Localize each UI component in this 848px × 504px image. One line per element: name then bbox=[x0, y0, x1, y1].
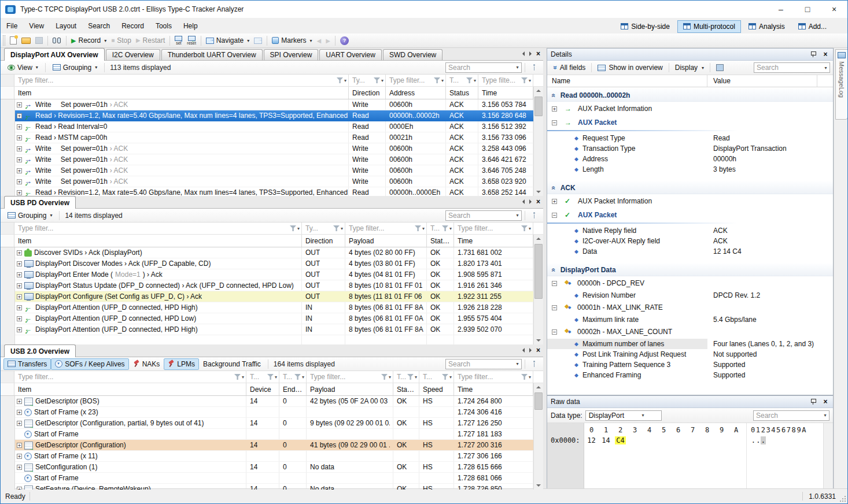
search-input[interactable] bbox=[446, 64, 514, 72]
raw-search-input[interactable] bbox=[754, 412, 821, 420]
view-button[interactable]: View▾ bbox=[3, 62, 42, 73]
table-row[interactable]: +DisplayPort Configure (Set Config as UF… bbox=[1, 291, 543, 302]
menu-file[interactable]: File bbox=[1, 18, 23, 34]
vertical-scrollbar[interactable] bbox=[533, 383, 543, 490]
display-button[interactable]: Display▾ bbox=[672, 62, 707, 73]
details-field-row[interactable]: ◆Length3 bytes bbox=[547, 164, 833, 175]
details-search-input[interactable] bbox=[754, 64, 822, 72]
table-row[interactable]: +GetDescriptor (BOS)14042 bytes (05 0F 2… bbox=[1, 396, 543, 407]
search-dropdown-icon[interactable]: ▾ bbox=[514, 213, 521, 218]
filter-funnel-button[interactable]: ▾ bbox=[415, 225, 425, 231]
record-button[interactable]: ▶Record▾ bbox=[69, 35, 109, 46]
value-column-header[interactable]: Value bbox=[707, 75, 817, 87]
expand-icon[interactable]: + bbox=[17, 113, 22, 118]
filter-funnel-button[interactable]: ▾ bbox=[442, 225, 452, 231]
table-row[interactable]: +→✓WriteSet power=01h › ACKWrite00600hAC… bbox=[1, 143, 543, 154]
scroll-up-icon[interactable] bbox=[534, 235, 543, 243]
expand-icon[interactable]: + bbox=[17, 399, 22, 404]
details-field-row[interactable]: ◆I2C-over-AUX Reply fieldACK bbox=[547, 236, 833, 246]
filter-cell[interactable]: Type filte...▾ bbox=[478, 75, 533, 86]
toggle-transfers-button[interactable]: Transfers bbox=[3, 358, 51, 370]
filter-cell[interactable]: Type filter...▾ bbox=[14, 75, 349, 86]
filter-funnel-button[interactable]: ▾ bbox=[521, 77, 531, 83]
filter-funnel-button[interactable]: ▾ bbox=[407, 374, 417, 380]
close-button[interactable]: × bbox=[821, 1, 847, 18]
search-input[interactable] bbox=[446, 360, 514, 368]
table-row[interactable]: +←✓DisplayPort Attention (UFP_D connecte… bbox=[1, 324, 543, 335]
filter-cell[interactable]: Type filter...▾ bbox=[14, 223, 302, 234]
expand-icon[interactable]: + bbox=[17, 157, 22, 162]
tab-scroll-left-icon[interactable] bbox=[522, 348, 525, 353]
tab-scroll-left-icon[interactable] bbox=[522, 199, 525, 204]
panel-tab[interactable]: I2C Overview bbox=[106, 49, 160, 60]
filter-cell[interactable]: T...▾ bbox=[246, 371, 279, 383]
tab-scroll-right-icon[interactable] bbox=[529, 348, 532, 353]
column-header-status[interactable]: Status bbox=[393, 383, 419, 395]
close-panel-icon[interactable]: × bbox=[536, 347, 540, 353]
close-panel-icon[interactable]: × bbox=[821, 398, 829, 406]
previous-marker-button[interactable]: ◀ bbox=[315, 36, 324, 45]
toggle-background-traffic-button[interactable]: Background Traffic bbox=[199, 358, 265, 370]
table-row[interactable]: +SetConfiguration (1)140No dataOKHS1.728… bbox=[1, 462, 543, 473]
resize-grip[interactable] bbox=[839, 495, 846, 502]
table-row[interactable]: +Discover SVIDs › Ack (DisplayPort)OUT4 … bbox=[1, 247, 543, 258]
filter-cell[interactable]: Type filter...▾ bbox=[307, 371, 393, 383]
panel-tab[interactable]: Thunderbolt UART Overview bbox=[161, 49, 263, 60]
column-header-time[interactable]: Time bbox=[454, 235, 533, 247]
vertical-scrollbar[interactable] bbox=[533, 235, 543, 344]
details-field-row[interactable]: ◆Transaction TypeDisplayPort Transaction bbox=[547, 143, 833, 154]
table-row[interactable]: +Start of Frame (x 23)1.724 306 416 bbox=[1, 407, 543, 418]
search-input[interactable] bbox=[446, 212, 514, 220]
hex-byte[interactable]: 12 bbox=[584, 436, 599, 444]
filter-cell[interactable]: Type filter...▾ bbox=[14, 371, 246, 383]
expand-icon[interactable]: + bbox=[17, 168, 22, 173]
ascii-char[interactable]: . bbox=[761, 436, 766, 444]
filter-funnel-button[interactable]: ▾ bbox=[442, 374, 452, 380]
panel-tab[interactable]: UART Overview bbox=[319, 49, 382, 60]
panel-tab[interactable]: USB PD Overview bbox=[4, 196, 76, 209]
workspace-tab-side-by-side[interactable]: Side-by-side bbox=[615, 20, 676, 33]
column-header-item[interactable]: Item bbox=[14, 87, 349, 99]
all-fields-button[interactable]: «All fields bbox=[550, 62, 588, 73]
expand-icon[interactable]: + bbox=[17, 454, 22, 459]
pin-icon[interactable] bbox=[810, 398, 816, 405]
message-log-tab[interactable]: MessageLog bbox=[835, 49, 848, 120]
menu-record[interactable]: Record bbox=[116, 18, 150, 34]
ascii-char[interactable]: . bbox=[756, 436, 761, 444]
tab-scroll-right-icon[interactable] bbox=[529, 199, 532, 204]
details-group-row[interactable]: −◆◆00002h - MAX_LANE_COUNT bbox=[547, 325, 833, 339]
details-field-row[interactable]: ◆Address00000h bbox=[547, 154, 833, 164]
minimize-button[interactable]: – bbox=[768, 1, 794, 18]
open-file-button[interactable] bbox=[19, 36, 33, 45]
scroll-down-icon[interactable] bbox=[534, 187, 543, 196]
help-button[interactable]: ? bbox=[338, 35, 351, 46]
filter-cell[interactable]: Type filter...▾ bbox=[454, 223, 533, 234]
grouping-dropdown-icon[interactable]: ▾ bbox=[50, 213, 52, 218]
table-row[interactable]: +GetDescriptor (Configuration)14041 byte… bbox=[1, 440, 543, 451]
table-row[interactable]: +←✓DisplayPort Attention (UFP_D connecte… bbox=[1, 313, 543, 324]
column-header-speed[interactable]: Speed bbox=[419, 383, 454, 395]
filter-cell[interactable]: T...▾ bbox=[427, 223, 454, 234]
filter-cell[interactable]: T...▾ bbox=[419, 371, 454, 383]
vertical-scrollbar[interactable] bbox=[533, 87, 543, 196]
close-panel-icon[interactable]: × bbox=[536, 199, 540, 205]
expand-icon[interactable]: + bbox=[17, 316, 22, 321]
details-group-row[interactable]: +→AUX Packet Information bbox=[547, 102, 833, 116]
expand-icon[interactable]: + bbox=[17, 487, 22, 490]
ascii-char[interactable]: . bbox=[751, 436, 756, 444]
filter-funnel-button[interactable]: ▾ bbox=[337, 77, 346, 83]
details-group-row[interactable]: −→AUX Packet bbox=[547, 116, 833, 129]
expand-icon[interactable]: − bbox=[552, 305, 557, 310]
view-dropdown-icon[interactable]: ▾ bbox=[36, 65, 38, 70]
details-section-header[interactable]: «DisplayPort Data bbox=[547, 264, 833, 276]
menu-help[interactable]: Help bbox=[178, 18, 204, 34]
details-field-row[interactable]: ◆Data12 14 C4 bbox=[547, 246, 833, 257]
filter-cell[interactable]: Type filter...▾ bbox=[454, 371, 533, 383]
filter-funnel-button[interactable]: ▾ bbox=[374, 77, 384, 83]
expand-icon[interactable]: + bbox=[17, 443, 22, 448]
expand-icon[interactable]: + bbox=[17, 283, 22, 288]
collapse-chevron-icon[interactable]: « bbox=[550, 268, 558, 272]
expand-icon[interactable]: + bbox=[17, 102, 22, 108]
expand-icon[interactable]: − bbox=[552, 329, 557, 335]
table-row[interactable]: +←✓Read › Revision=1.2, Max rate=5.40 Gb… bbox=[1, 187, 543, 196]
